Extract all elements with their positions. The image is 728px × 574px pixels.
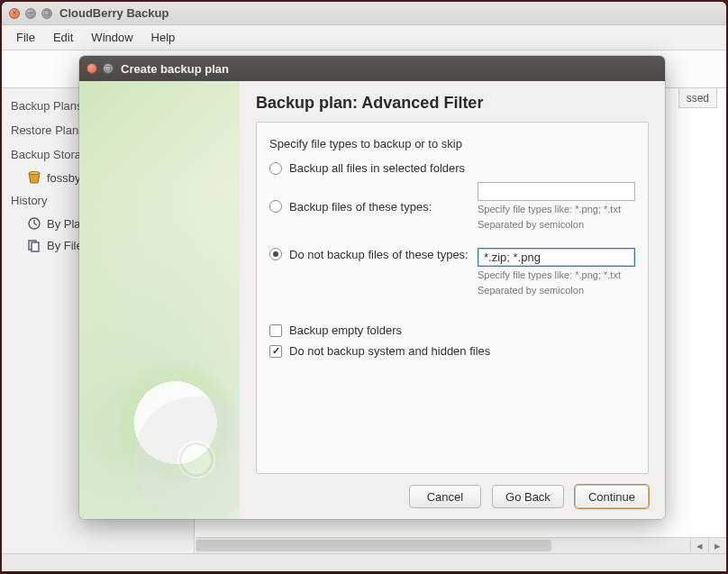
- dialog-title-bar: □ Create backup plan: [79, 56, 665, 81]
- menu-bar: File Edit Window Help: [2, 25, 726, 50]
- radio-icon[interactable]: [269, 248, 282, 260]
- exclude-hint-1: Specify file types like: *.png; *.txt: [478, 269, 635, 282]
- main-close-icon[interactable]: ×: [9, 8, 20, 19]
- option-backup-all[interactable]: Backup all files in selected folders: [269, 161, 635, 175]
- exclude-hint-2: Separated by semicolon: [478, 284, 635, 297]
- checkbox-icon[interactable]: [269, 345, 282, 358]
- main-minimize-icon[interactable]: –: [25, 8, 36, 19]
- scroll-thumb[interactable]: [196, 540, 551, 551]
- exclude-types-input[interactable]: [478, 248, 635, 267]
- scroll-left-icon[interactable]: ◂: [690, 538, 708, 553]
- check-backup-empty-label: Backup empty folders: [289, 323, 402, 337]
- option-exclude-label: Do not backup files of these types:: [289, 248, 469, 261]
- check-skip-system-label: Do not backup system and hidden files: [289, 344, 490, 358]
- option-include-label: Backup files of these types:: [289, 200, 432, 214]
- dialog-title: Create backup plan: [121, 62, 229, 76]
- scroll-right-icon[interactable]: ▸: [708, 538, 726, 553]
- dialog-panel: Specify file types to backup or to skip …: [256, 122, 649, 474]
- radio-icon[interactable]: [269, 200, 282, 213]
- radio-icon[interactable]: [269, 162, 282, 175]
- bucket-icon: [27, 170, 41, 185]
- main-title-bar: × – □ CloudBerry Backup: [2, 2, 726, 25]
- option-backup-all-label: Backup all files in selected folders: [289, 161, 465, 175]
- disc-icon: [122, 385, 240, 519]
- svg-point-2: [29, 171, 40, 174]
- cancel-button[interactable]: Cancel: [409, 485, 481, 508]
- check-backup-empty[interactable]: Backup empty folders: [269, 323, 635, 337]
- menu-file[interactable]: File: [7, 27, 44, 48]
- option-include-types[interactable]: Backup files of these types: Specify fil…: [269, 182, 635, 232]
- checkbox-icon[interactable]: [269, 324, 282, 337]
- option-exclude-types[interactable]: Do not backup files of these types: Spec…: [269, 248, 635, 297]
- dialog-close-icon[interactable]: [86, 63, 97, 74]
- files-icon: [27, 238, 41, 252]
- dialog-buttons: Cancel Go Back Continue: [256, 474, 649, 508]
- sidebar-storage-label: fossbyt: [47, 171, 84, 185]
- continue-button[interactable]: Continue: [575, 485, 649, 508]
- status-bar: [2, 553, 726, 571]
- horizontal-scrollbar[interactable]: ◂ ▸: [196, 537, 726, 553]
- menu-edit[interactable]: Edit: [44, 27, 82, 48]
- include-hint-2: Separated by semicolon: [478, 218, 635, 232]
- menu-help[interactable]: Help: [142, 27, 185, 48]
- check-skip-system[interactable]: Do not backup system and hidden files: [269, 344, 635, 358]
- scroll-track[interactable]: [196, 538, 690, 553]
- svg-rect-5: [32, 242, 39, 251]
- dialog-sidebar-graphic: [79, 81, 240, 519]
- clock-icon: [27, 216, 41, 231]
- dialog-heading: Backup plan: Advanced Filter: [256, 94, 649, 113]
- menu-window[interactable]: Window: [82, 27, 141, 48]
- dialog-maximize-icon[interactable]: □: [103, 63, 114, 74]
- include-hint-1: Specify file types like: *.png; *.txt: [478, 203, 635, 216]
- go-back-button[interactable]: Go Back: [492, 485, 564, 508]
- dialog-lead: Specify file types to backup or to skip: [269, 137, 635, 150]
- main-maximize-icon[interactable]: □: [41, 8, 52, 19]
- dialog-create-backup-plan: □ Create backup plan Backup plan: Advanc…: [79, 56, 665, 519]
- main-title: CloudBerry Backup: [59, 6, 168, 20]
- include-types-input[interactable]: [478, 182, 635, 201]
- column-header[interactable]: ssed: [678, 88, 717, 108]
